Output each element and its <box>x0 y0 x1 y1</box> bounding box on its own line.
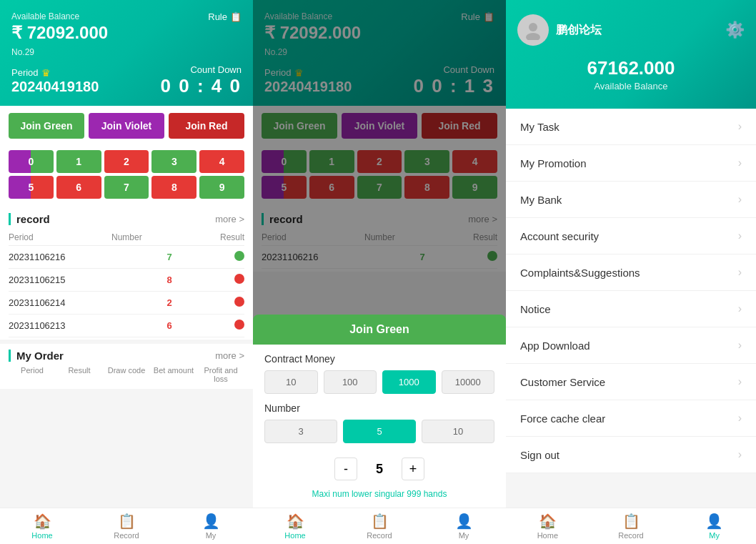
table-row: 20231106215 8 <box>9 269 244 292</box>
countdown-label-1: Count Down <box>161 64 242 75</box>
record-icon-2: 📋 <box>371 513 389 530</box>
chevron-icon: › <box>738 157 742 169</box>
order-more[interactable]: more > <box>215 350 244 361</box>
profile-header: 鹏创论坛 ⚙️ 67162.000 Available Balance <box>506 0 756 109</box>
join-violet-button-1[interactable]: Join Violet <box>89 113 164 139</box>
menu-item-my-promotion[interactable]: My Promotion › <box>506 145 756 182</box>
menu-list: My Task › My Promotion › My Bank › Accou… <box>506 109 756 473</box>
record-title-1: record <box>9 213 50 225</box>
number-3[interactable]: 3 <box>264 420 337 443</box>
join-buttons-1: Join Green Join Violet Join Red <box>0 106 253 146</box>
panel-left: Available Balance ₹ 72092.000 No.29 Rule… <box>0 0 253 544</box>
svg-point-0 <box>529 23 537 31</box>
menu-item-complaints[interactable]: Complaints&Suggestions › <box>506 254 756 291</box>
menu-item-account-security[interactable]: Account security › <box>506 218 756 254</box>
contract-1000[interactable]: 1000 <box>382 370 436 394</box>
panel1-header: Available Balance ₹ 72092.000 No.29 Rule… <box>0 0 253 106</box>
nav-home-1[interactable]: 🏠 Home <box>0 513 84 540</box>
countdown-1: 0 0 : 4 0 <box>161 75 242 97</box>
nav-my-1[interactable]: 👤 My <box>169 513 253 540</box>
num-btn-7[interactable]: 7 <box>104 176 149 199</box>
table-row: 20231106213 6 <box>9 315 244 337</box>
chevron-icon: › <box>738 412 742 425</box>
menu-item-force-cache[interactable]: Force cache clear › <box>506 400 756 437</box>
record-cols-1: Period Number Result <box>9 229 244 246</box>
nav-my-label-2: My <box>459 531 469 540</box>
nav-home-3[interactable]: 🏠 Home <box>506 513 590 540</box>
gear-icon[interactable]: ⚙️ <box>725 21 745 39</box>
svg-point-1 <box>526 33 540 40</box>
stepper-minus[interactable]: - <box>334 458 357 480</box>
num-btn-6[interactable]: 6 <box>56 176 101 199</box>
contract-section: Contract Money 10 100 1000 10000 <box>253 345 506 402</box>
bottom-nav-3: 🏠 Home 📋 Record 👤 My <box>506 508 756 544</box>
nav-home-label-3: Home <box>537 531 558 540</box>
record-icon-3: 📋 <box>622 513 640 530</box>
chevron-icon: › <box>738 302 742 315</box>
menu-item-app-download[interactable]: App Download › <box>506 327 756 364</box>
nav-record-2[interactable]: 📋 Record <box>337 513 422 540</box>
number-options: 3 5 10 <box>264 420 494 443</box>
num-btn-2[interactable]: 2 <box>104 150 149 173</box>
panel-right: 鹏创论坛 ⚙️ 67162.000 Available Balance My T… <box>506 0 756 544</box>
nav-home-label-1: Home <box>31 531 52 540</box>
menu-item-notice[interactable]: Notice › <box>506 291 756 327</box>
record-more-1[interactable]: more > <box>215 214 244 224</box>
modal-join-green[interactable]: Join Green <box>253 315 506 345</box>
number-label-modal: Number <box>264 402 494 414</box>
number-section-modal: Number 3 5 10 <box>253 402 506 452</box>
nav-my-2[interactable]: 👤 My <box>422 513 506 540</box>
username: 鹏创论坛 <box>556 23 602 38</box>
nav-record-label-1: Record <box>114 531 139 540</box>
my-icon-2: 👤 <box>455 513 473 530</box>
table-row: 20231106214 2 <box>9 292 244 315</box>
number-grid-1: 0 1 2 3 4 5 6 7 8 9 <box>0 146 253 206</box>
num-btn-4[interactable]: 4 <box>199 150 244 173</box>
join-red-button-1[interactable]: Join Red <box>169 113 244 139</box>
nav-record-3[interactable]: 📋 Record <box>590 513 673 540</box>
crown-icon-1: ♛ <box>41 67 51 79</box>
contract-100[interactable]: 100 <box>324 370 377 394</box>
profile-balance-label: Available Balance <box>517 81 745 92</box>
contract-10[interactable]: 10 <box>264 370 318 394</box>
rule-label-1: Rule <box>208 11 227 22</box>
num-btn-5[interactable]: 5 <box>9 176 54 199</box>
contract-options: 10 100 1000 10000 <box>264 370 494 394</box>
home-icon-3: 🏠 <box>539 513 557 530</box>
my-order-section: My Order more > Period Result Draw code … <box>0 340 253 389</box>
num-btn-1[interactable]: 1 <box>56 150 101 173</box>
chevron-icon: › <box>738 266 742 279</box>
nav-record-1[interactable]: 📋 Record <box>84 513 169 540</box>
stepper-plus[interactable]: + <box>402 458 424 480</box>
profile-balance: 67162.000 Available Balance <box>517 57 745 92</box>
number-10[interactable]: 10 <box>422 420 494 443</box>
record-icon-1: 📋 <box>118 513 136 530</box>
num-btn-9[interactable]: 9 <box>199 176 244 199</box>
my-icon-1: 👤 <box>202 513 220 530</box>
menu-item-sign-out[interactable]: Sign out › <box>506 437 756 473</box>
num-btn-0[interactable]: 0 <box>9 150 54 173</box>
period-label-1: Period ♛ <box>11 67 99 79</box>
profile-balance-amount: 67162.000 <box>517 57 745 79</box>
nav-my-3[interactable]: 👤 My <box>672 513 756 540</box>
table-row: 20231106216 7 <box>9 246 244 269</box>
number-5[interactable]: 5 <box>343 420 416 443</box>
menu-item-my-task[interactable]: My Task › <box>506 109 756 145</box>
stepper-value: 5 <box>369 462 390 477</box>
num-btn-8[interactable]: 8 <box>151 176 197 199</box>
period-num-1: 20240419180 <box>11 79 99 95</box>
chevron-icon: › <box>738 339 742 352</box>
chevron-icon: › <box>738 120 742 133</box>
balance-amount-1: ₹ 72092.000 <box>11 23 108 43</box>
chevron-icon: › <box>738 229 742 242</box>
panel-center: Available Balance ₹ 72092.000 No.29 Rule… <box>253 0 506 544</box>
rule-button-1[interactable]: Rule 📋 <box>208 11 242 22</box>
contract-10000[interactable]: 10000 <box>442 370 495 394</box>
record-section-1: record more > Period Number Result 20231… <box>0 206 253 340</box>
menu-item-my-bank[interactable]: My Bank › <box>506 182 756 218</box>
nav-record-label-2: Record <box>367 531 392 540</box>
num-btn-3[interactable]: 3 <box>151 150 197 173</box>
join-green-button-1[interactable]: Join Green <box>9 113 84 139</box>
menu-item-customer-service[interactable]: Customer Service › <box>506 364 756 400</box>
nav-home-2[interactable]: 🏠 Home <box>253 513 337 540</box>
